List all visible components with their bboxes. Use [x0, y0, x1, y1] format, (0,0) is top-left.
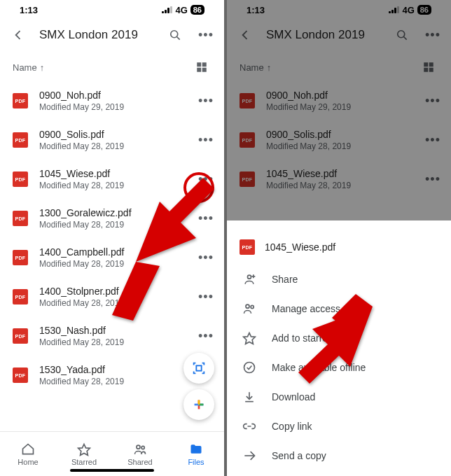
scan-fab[interactable]	[183, 353, 214, 384]
status-bar: 1:13 4G 86	[0, 0, 224, 17]
sheet-share[interactable]: Share	[227, 265, 451, 294]
file-overflow-button[interactable]: •••	[423, 94, 443, 108]
home-indicator	[70, 469, 154, 472]
back-button[interactable]	[235, 25, 255, 45]
file-overflow-button[interactable]: •••	[423, 172, 443, 187]
pdf-icon: PDF	[13, 93, 28, 108]
sheet-header: PDF 1045_Wiese.pdf	[227, 230, 451, 265]
download-icon	[242, 390, 256, 404]
file-list: PDF 0900_Noh.pdfModifiedMay 29, 2019 •••…	[227, 81, 451, 199]
svg-rect-19	[429, 62, 433, 66]
sheet-copy-link[interactable]: Copy link	[227, 412, 451, 441]
svg-marker-15	[112, 262, 160, 321]
folder-title: SMX London 2019	[266, 28, 381, 42]
pdf-icon: PDF	[240, 132, 255, 148]
signal-icon	[389, 6, 399, 13]
svg-rect-5	[202, 68, 207, 72]
status-battery: 86	[190, 5, 204, 15]
file-row[interactable]: PDF 1530_Nash.pdfModifiedMay 28, 2019 ••…	[0, 316, 224, 356]
pdf-icon: PDF	[13, 328, 28, 344]
phone-left: 1:13 4G 86 SMX London 2019 ••• Name ↑	[0, 0, 224, 476]
pdf-icon: PDF	[13, 250, 28, 265]
view-toggle-button[interactable]	[419, 57, 438, 77]
pdf-icon: PDF	[240, 172, 255, 187]
phone-right: 1:13 4G 86 SMX London 2019 ••• Name ↑	[227, 0, 451, 476]
link-icon	[242, 419, 256, 433]
pdf-icon: PDF	[13, 211, 28, 226]
svg-point-16	[398, 31, 405, 38]
status-network: 4G	[402, 5, 414, 15]
file-overflow-button[interactable]: •••	[423, 133, 443, 148]
svg-marker-14	[136, 178, 214, 262]
svg-rect-6	[196, 365, 201, 370]
svg-rect-20	[424, 68, 428, 72]
svg-point-25	[246, 304, 249, 308]
file-overflow-button[interactable]: •••	[196, 329, 216, 344]
sheet-send-copy[interactable]: Send a copy	[227, 441, 451, 470]
annotation-arrow	[297, 294, 374, 406]
file-row[interactable]: PDF 0900_Noh.pdfModifiedMay 29, 2019 •••	[0, 81, 224, 120]
view-toggle-button[interactable]	[192, 57, 211, 77]
people-icon	[242, 302, 256, 316]
sort-button[interactable]: Name ↑	[13, 62, 44, 73]
svg-point-0	[171, 31, 178, 38]
status-bar: 1:13 4G 86	[227, 0, 451, 17]
search-button[interactable]	[392, 25, 412, 45]
signal-icon	[162, 6, 172, 13]
status-battery: 86	[417, 5, 431, 15]
svg-rect-18	[424, 62, 428, 66]
header: SMX London 2019 •••	[0, 17, 224, 53]
header-overflow-button[interactable]: •••	[423, 25, 443, 45]
file-row[interactable]: PDF 1045_Wiese.pdfModifiedMay 28, 2019 •…	[227, 160, 451, 199]
svg-point-22	[248, 275, 251, 279]
pdf-icon: PDF	[240, 239, 255, 255]
file-row[interactable]: PDF 0900_Solis.pdfModifiedMay 28, 2019 •…	[227, 120, 451, 160]
sort-button[interactable]: Name ↑	[240, 62, 271, 73]
header-overflow-button[interactable]: •••	[196, 25, 216, 45]
pdf-icon: PDF	[13, 368, 28, 383]
svg-point-13	[141, 446, 144, 449]
sort-row: Name ↑	[227, 53, 451, 81]
back-button[interactable]	[8, 25, 28, 45]
pdf-icon: PDF	[13, 132, 28, 148]
svg-rect-4	[197, 68, 201, 72]
svg-line-17	[404, 37, 407, 40]
svg-rect-2	[197, 62, 201, 66]
file-row[interactable]: PDF 0900_Solis.pdfModifiedMay 28, 2019 •…	[0, 120, 224, 160]
folder-title: SMX London 2019	[39, 28, 154, 42]
annotation-arrow	[105, 175, 217, 322]
send-icon	[242, 449, 256, 463]
nav-home[interactable]: Home	[0, 432, 56, 476]
search-button[interactable]	[165, 25, 185, 45]
svg-point-12	[137, 445, 140, 449]
file-row[interactable]: PDF 0900_Noh.pdfModifiedMay 29, 2019 •••	[227, 81, 451, 120]
svg-marker-11	[78, 444, 90, 455]
status-time: 1:13	[247, 5, 265, 15]
star-icon	[242, 331, 256, 345]
svg-line-1	[177, 37, 180, 40]
pdf-icon: PDF	[13, 172, 28, 187]
person-add-icon	[242, 272, 256, 286]
offline-icon	[242, 360, 256, 374]
status-time: 1:13	[20, 5, 38, 15]
pdf-icon: PDF	[13, 289, 28, 304]
svg-marker-27	[244, 333, 256, 344]
svg-point-28	[244, 363, 255, 373]
svg-rect-21	[429, 68, 433, 72]
status-network: 4G	[175, 5, 187, 15]
svg-point-26	[251, 305, 254, 308]
sheet-filename: 1045_Wiese.pdf	[265, 241, 335, 253]
pdf-icon: PDF	[240, 93, 255, 108]
header: SMX London 2019 •••	[227, 17, 451, 53]
svg-rect-3	[202, 62, 207, 66]
file-overflow-button[interactable]: •••	[196, 94, 216, 108]
new-fab[interactable]	[183, 389, 214, 420]
nav-files[interactable]: Files	[168, 432, 224, 476]
sort-row: Name ↑	[0, 53, 224, 81]
file-overflow-button[interactable]: •••	[196, 133, 216, 148]
